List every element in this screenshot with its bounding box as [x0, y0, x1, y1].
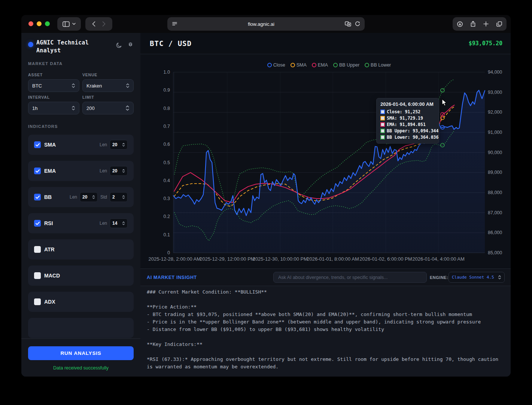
rsi-len-input[interactable]: 14: [110, 218, 128, 228]
reload-icon[interactable]: [355, 21, 360, 27]
svg-text:0.1: 0.1: [164, 232, 170, 237]
select-updown-icon: [72, 83, 75, 88]
select-updown-icon: [498, 275, 501, 280]
chart-canvas[interactable]: 94,00093,00092,00091,00090,00089,00088,0…: [140, 54, 511, 269]
limit-input[interactable]: 200: [82, 102, 134, 114]
chart-tooltip: 2026-01-04, 6:00:00 AM Close: 91,252SMA:…: [376, 98, 439, 144]
adx-checkbox[interactable]: [34, 298, 41, 305]
asset-select[interactable]: BTC: [28, 79, 79, 92]
svg-text:0.7: 0.7: [164, 124, 170, 129]
stepper-updown-icon[interactable]: [92, 195, 95, 199]
reader-icon[interactable]: [172, 22, 177, 27]
indicator-card-rsi: RSI Len 14: [28, 213, 134, 233]
indicator-card-adx: ADX: [28, 292, 134, 312]
svg-text:89,000: 89,000: [488, 170, 502, 175]
browser-window: flow.agnic.ai: [21, 15, 511, 377]
nav-buttons: [85, 17, 112, 31]
back-icon[interactable]: [92, 21, 95, 27]
ai-insight-text: ### Current Market Condition: **BULLISH*…: [140, 286, 511, 377]
new-tab-icon[interactable]: [483, 21, 489, 27]
indicator-card-ema: EMA Len 20: [28, 161, 134, 181]
toolbar-right-buttons: [453, 17, 507, 31]
section-market-data: MARKET DATA: [28, 61, 134, 66]
tooltip-swatch-icon: [380, 135, 385, 139]
engine-select[interactable]: Claude Sonnet 4.5: [449, 272, 505, 283]
interval-label: INTERVAL: [28, 95, 79, 99]
ask-ai-input[interactable]: [273, 272, 427, 283]
sma-len-input[interactable]: 20: [110, 140, 128, 150]
sidebar-toggle-button[interactable]: [57, 17, 81, 31]
ema-len-input[interactable]: 20: [110, 166, 128, 176]
stepper-updown-icon[interactable]: [122, 142, 125, 147]
tab-overview-icon[interactable]: [496, 21, 502, 27]
stepper-updown-icon[interactable]: [122, 169, 125, 173]
main-panel: BTC / USD $93,075.20 94,00093,00092,0009…: [140, 33, 511, 377]
bb-std-input[interactable]: 2: [110, 192, 128, 202]
svg-text:0.3: 0.3: [164, 196, 170, 201]
svg-text:93,000: 93,000: [488, 90, 502, 95]
venue-label: VENUE: [82, 73, 134, 77]
sidebar-icon: [63, 21, 70, 27]
tooltip-row-bb-lower: BB Lower: 90,364.036: [380, 135, 435, 140]
sidebar: AGNIC Technical Analyst MARKET DATA ASSE…: [21, 33, 140, 377]
tooltip-row-bb-upper: BB Upper: 93,094.344: [380, 128, 435, 134]
close-window-button[interactable]: [28, 21, 33, 26]
bb-checkbox[interactable]: [34, 194, 41, 200]
indicator-card-macd: MACD: [28, 266, 134, 286]
limit-label: LIMIT: [82, 95, 134, 99]
svg-text:88,000: 88,000: [488, 190, 502, 195]
atr-checkbox[interactable]: [34, 246, 41, 253]
share-icon[interactable]: [471, 21, 475, 27]
minimize-window-button[interactable]: [37, 21, 42, 26]
tooltip-swatch-icon: [380, 129, 385, 133]
settings-gear-icon[interactable]: [127, 42, 134, 48]
tooltip-row-sma: SMA: 91,729.19: [380, 116, 435, 121]
dark-mode-moon-icon[interactable]: [116, 42, 122, 48]
interval-select[interactable]: 1h: [28, 102, 79, 114]
price-chart[interactable]: 94,00093,00092,00091,00090,00089,00088,0…: [140, 54, 511, 269]
tooltip-swatch-icon: [380, 122, 385, 127]
chevron-down-icon: [72, 23, 76, 25]
tooltip-row-ema: EMA: 91,894.051: [380, 122, 435, 127]
last-price: $93,075.20: [469, 40, 502, 47]
tooltip-swatch-icon: [380, 110, 385, 114]
sidebar-bottom-panel: RUN ANALYSIS Data received successfully: [21, 338, 140, 377]
tooltip-swatch-icon: [380, 116, 385, 120]
downloads-icon[interactable]: [457, 21, 463, 27]
indicator-card-bb: BB Len 20 Std 2: [28, 187, 134, 207]
ema-checkbox[interactable]: [34, 168, 41, 174]
zoom-window-button[interactable]: [45, 21, 50, 26]
svg-text:0.4: 0.4: [164, 178, 170, 183]
url-text: flow.agnic.ai: [248, 21, 274, 27]
stepper-updown-icon[interactable]: [122, 221, 125, 225]
rsi-checkbox[interactable]: [34, 220, 41, 227]
svg-text:0.6: 0.6: [164, 142, 170, 147]
indicator-card-atr: ATR: [28, 239, 134, 260]
svg-text:91,000: 91,000: [488, 130, 502, 135]
section-indicators: INDICATORS: [28, 124, 134, 129]
bb-len-input[interactable]: 20: [80, 192, 98, 202]
svg-text:0.8: 0.8: [164, 106, 170, 111]
stepper-updown-icon[interactable]: [125, 105, 130, 111]
engine-label: ENGINE:: [430, 275, 448, 280]
tooltip-timestamp: 2026-01-04, 6:00:00 AM: [380, 101, 435, 107]
select-updown-icon: [126, 83, 130, 88]
pair-title: BTC / USD: [150, 39, 192, 47]
svg-text:0.9: 0.9: [164, 88, 170, 93]
forward-icon[interactable]: [102, 21, 106, 27]
venue-select[interactable]: Kraken: [82, 79, 134, 92]
sma-checkbox[interactable]: [34, 141, 41, 148]
svg-text:0: 0: [167, 250, 170, 255]
macd-checkbox[interactable]: [34, 272, 41, 279]
svg-text:87,000: 87,000: [488, 210, 502, 215]
run-analysis-button[interactable]: RUN ANALYSIS: [28, 346, 134, 360]
translate-icon[interactable]: [345, 21, 351, 27]
url-bar[interactable]: flow.agnic.ai: [167, 17, 365, 31]
stepper-updown-icon[interactable]: [122, 195, 125, 199]
svg-text:1.0: 1.0: [164, 70, 170, 75]
svg-text:0.2: 0.2: [164, 214, 170, 219]
select-updown-icon: [72, 105, 75, 111]
asset-label: ASSET: [28, 73, 79, 77]
svg-text:85,000: 85,000: [488, 250, 502, 255]
svg-text:92,000: 92,000: [488, 110, 502, 115]
